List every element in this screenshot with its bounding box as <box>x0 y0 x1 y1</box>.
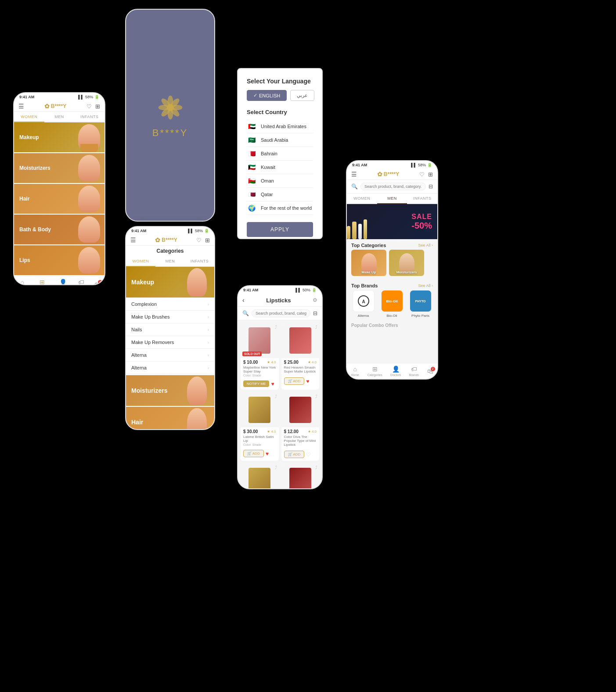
nav-cart-1[interactable]: 🛍 2 <box>94 281 101 286</box>
tab-women-6[interactable]: WOMEN <box>347 194 377 203</box>
nav-doctors-6[interactable]: 👤 Doctors <box>390 366 401 376</box>
apply-button[interactable]: APPLY <box>247 222 313 237</box>
filter-toggle-icon-5[interactable]: ⊟ <box>313 310 317 316</box>
sub-cat-alterna1[interactable]: Alterna › <box>126 349 214 362</box>
share-icon-4[interactable]: ⤴ <box>315 394 317 399</box>
country-qa[interactable]: 🇶🇦 Qatar <box>247 188 313 201</box>
country-uae[interactable]: 🇦🇪 United Arab Emirates <box>247 120 313 133</box>
cat-lips-1[interactable]: Lips <box>14 245 104 275</box>
heart-nav-icon-1[interactable]: ♡ <box>86 103 92 110</box>
english-lang-btn[interactable]: ✓ ENGLISH <box>247 90 287 101</box>
tab-infants-6[interactable]: INFANTS <box>407 194 437 203</box>
hamburger-icon-1[interactable]: ☰ <box>18 103 24 110</box>
share-icon-5[interactable]: ⤴ <box>275 465 277 470</box>
hero-hair-label-3: Hair <box>131 419 143 426</box>
share-icon-1[interactable]: ⤴ <box>275 325 277 330</box>
add-button-4[interactable]: 🛒 ADD <box>284 451 305 458</box>
heart-button-1[interactable]: ♥ <box>271 381 274 387</box>
share-icon-6[interactable]: ⤴ <box>315 465 317 470</box>
cat-moisturizers-1[interactable]: Moisturizers <box>14 153 104 183</box>
tab-women-3[interactable]: WOMEN <box>126 256 155 267</box>
sale-text-6: SALE -50% <box>411 213 432 231</box>
filter-icon-5[interactable]: ⚙ <box>313 297 317 303</box>
country-name-qa: Qatar <box>261 192 273 197</box>
top-brands-see-all-6[interactable]: See All › <box>418 283 433 288</box>
status-icons-6: ▌▌ 58% 🔋 <box>411 163 432 167</box>
filter-toggle-icon-6[interactable]: ⊟ <box>429 183 433 190</box>
top-cat-makeup-6[interactable]: Make Up <box>351 250 386 276</box>
status-icons-3: ▌▌ 58% 🔋 <box>188 229 209 233</box>
top-categories-title-6: Top Categories <box>351 243 386 248</box>
brand-phyto-6[interactable]: PHYTO Phyto Paris <box>408 290 432 318</box>
menu-nav-icon-6[interactable]: ⊞ <box>428 171 433 178</box>
nav-home-6[interactable]: ⌂ Home <box>351 366 359 376</box>
heart-nav-icon-6[interactable]: ♡ <box>419 171 425 178</box>
hero-moisturizers-3[interactable]: Moisturizers <box>126 375 214 406</box>
menu-nav-icon-3[interactable]: ⊞ <box>205 237 210 244</box>
heart-button-4[interactable]: ♡ <box>306 452 311 458</box>
sub-cat-nails[interactable]: Nails › <box>126 323 214 336</box>
country-sa[interactable]: 🇸🇦 Saudi Arabia <box>247 133 313 147</box>
tab-men-3[interactable]: MEN <box>155 256 185 266</box>
add-button-2[interactable]: 🛒 ADD <box>284 377 305 385</box>
tab-women-1[interactable]: WOMEN <box>14 112 44 122</box>
menu-nav-icon-1[interactable]: ⊞ <box>95 103 100 110</box>
top-cat-moisturizers-6[interactable]: Moisturizers <box>389 250 424 276</box>
country-world[interactable]: 🌍 For the rest of the world <box>247 201 313 215</box>
sub-cat-brushes[interactable]: Make Up Brushes › <box>126 311 214 323</box>
heart-button-3[interactable]: ♥ <box>266 451 269 457</box>
top-categories-header-6: Top Categories See All › <box>347 239 437 250</box>
flag-kw: 🇰🇼 <box>247 164 256 171</box>
nav-brands-6[interactable]: 🏷 Brands <box>409 366 419 376</box>
country-om[interactable]: 🇴🇲 Oman <box>247 174 313 188</box>
add-button-3[interactable]: 🛒 ADD <box>243 450 264 457</box>
hamburger-icon-3[interactable]: ☰ <box>130 237 136 244</box>
heart-button-2[interactable]: ♥ <box>306 378 309 384</box>
search-input-6[interactable] <box>360 183 426 190</box>
share-icon-3[interactable]: ⤴ <box>275 394 277 399</box>
product-card-2: ⤴ $ 25.00 ★ 4.0 Red Heaven Smash Super M… <box>281 323 320 390</box>
brand-alterna-6[interactable]: A Alterna <box>351 290 375 318</box>
nav-home-1[interactable]: ⌂ Home <box>18 279 26 285</box>
nav-categories-1[interactable]: ⊞ Categories <box>35 279 50 285</box>
sub-cat-removers[interactable]: Make Up Removers › <box>126 336 214 349</box>
country-kw[interactable]: 🇰🇼 Kuwait <box>247 161 313 174</box>
share-icon-2[interactable]: ⤴ <box>315 325 317 330</box>
nav-brands-1[interactable]: 🏷 Brands <box>76 279 86 285</box>
hero-makeup-3[interactable]: Makeup <box>126 267 214 298</box>
categories-icon-6: ⊞ <box>372 366 378 373</box>
logo-flower-6: ✿ <box>377 171 382 178</box>
tab-infants-3[interactable]: INFANTS <box>185 256 214 266</box>
notify-me-button-1[interactable]: NOTIFY ME <box>243 380 269 387</box>
sub-cat-alterna2[interactable]: Alterna › <box>126 362 214 374</box>
select-language-title: Select Your Language <box>247 78 313 85</box>
nav-cart-6[interactable]: 🛍 2 <box>427 368 433 375</box>
cat-hair-1[interactable]: Hair <box>14 184 104 214</box>
product-price-4: $ 12.00 <box>284 429 299 434</box>
splash-logo: B****Y <box>152 92 188 139</box>
country-bh[interactable]: 🇧🇭 Bahrain <box>247 147 313 161</box>
top-categories-see-all-6[interactable]: See All › <box>418 243 433 247</box>
tab-men-6[interactable]: MEN <box>377 194 407 204</box>
product-price-3: $ 30.00 <box>243 429 258 434</box>
hamburger-icon-6[interactable]: ☰ <box>351 171 357 178</box>
hero-hair-3[interactable]: Hair <box>126 407 214 430</box>
cat-makeup-1[interactable]: Makeup <box>14 122 104 152</box>
time-3: 9:41 AM <box>131 229 146 233</box>
nav-doctors-1[interactable]: 👤 Doctors <box>58 279 68 285</box>
tab-men-1[interactable]: MEN <box>44 112 75 122</box>
heart-nav-icon-3[interactable]: ♡ <box>196 237 202 244</box>
sub-cat-complexion[interactable]: Complexion › <box>126 298 214 311</box>
status-bar-5: 9:41 AM ▌▌ 50% 🔋 <box>238 286 322 294</box>
cat-bath-1[interactable]: Bath & Body <box>14 215 104 244</box>
brands-icon-6: 🏷 <box>411 366 417 373</box>
arabic-lang-btn[interactable]: عربي <box>290 90 314 101</box>
brand-bio-oil-6[interactable]: Bio-Oil Bio-Oil <box>380 290 404 318</box>
tab-infants-1[interactable]: INFANTS <box>74 112 104 122</box>
nav-categories-6[interactable]: ⊞ Categories <box>367 366 382 376</box>
product-name-1: Maybelline New York Super Stay <box>243 366 276 373</box>
back-button-5[interactable]: ‹ <box>242 297 245 304</box>
bottom-nav-6: ⌂ Home ⊞ Categories 👤 Doctors 🏷 Brands 🛍… <box>347 363 437 379</box>
search-input-5[interactable] <box>252 309 310 317</box>
lipsticks-title: Lipsticks <box>266 297 291 304</box>
